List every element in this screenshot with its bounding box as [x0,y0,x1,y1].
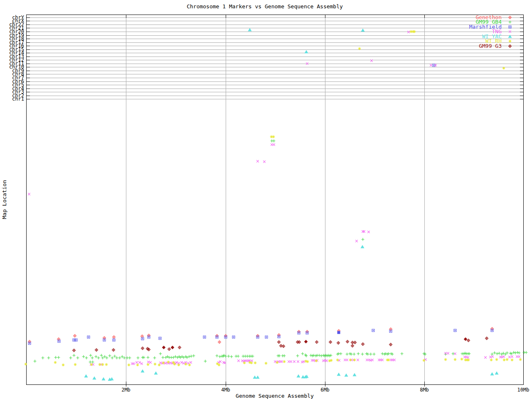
marker-wi-rh [154,363,157,366]
marker-gm99-gb4 [128,357,131,360]
marker-gm99-gb4 [518,352,521,355]
marker-gm99-gb4 [204,360,207,363]
x-tick-label-2Mb: 2Mb [113,387,138,392]
marker-gm99-g3 [163,346,165,349]
marker-tng [187,362,190,365]
marker-gm99-gb4 [369,353,372,356]
marker-tng [159,362,162,364]
marker-wi-yac [490,373,493,375]
marker-wi-yac [110,378,113,380]
marker-gm99-gb4 [108,355,111,357]
marker-wi-yac [337,373,340,376]
marker-gm99-gb4 [318,354,321,357]
marker-tng [369,359,372,362]
marker-tng [149,361,152,364]
marker-tng [293,360,296,363]
marker-wi-rh [503,359,506,362]
marker-wi-yac [102,378,105,380]
marker-tng [434,64,437,66]
marker-wi-rh [265,362,268,365]
marker-gm99-gb4 [97,357,100,360]
marker-gm99-gb4 [237,355,240,358]
chart-screenshot: Chromosome 1 Markers vs Genome Sequence … [0,0,532,399]
marker-gm99-gb4 [89,361,92,364]
marker-wi-yac [297,375,300,377]
marker-tng [368,359,370,361]
marker-gm99-gb4 [320,355,323,357]
marker-tng [344,359,346,361]
y-axis-title: Map Location [2,180,7,219]
marker-tng [273,143,275,146]
marker-marshfield [232,336,235,338]
marker-wi-rh [423,359,426,362]
marker-wi-rh [158,364,161,367]
marker-wi-yac [353,374,356,376]
marker-gm99-g3 [337,342,340,345]
x-tick-label-10Mb: 10Mb [511,387,532,392]
marker-gm99-gb4 [118,357,121,360]
marker-wi-rh [62,364,65,367]
marker-gm99-gb4 [301,352,304,355]
marker-gm99-gb4 [381,352,384,355]
marker-wi-yac [361,29,364,32]
legend-marker-wi-rh-glyph [509,40,512,43]
legend-marker-genethon-glyph [509,16,512,19]
marker-wi-rh [495,358,498,361]
marker-tng [281,360,283,363]
marker-tng [322,360,325,362]
marker-marshfield [113,339,115,341]
marker-wi-yac [361,246,364,248]
marker-wi-rh [506,358,509,361]
marker-gm99-gb4 [401,352,404,355]
marker-gm99-g3 [171,346,174,349]
marker-tng [251,360,253,362]
marker-gm99-gb4 [95,355,98,358]
marker-wi-rh [188,364,191,367]
marker-wi-rh [147,363,150,366]
marker-tng [501,356,503,358]
marker-gm99-gb4 [227,355,230,358]
marker-tng [516,355,518,358]
marker-gm99-gb4 [357,352,360,355]
marker-gm99-gb4 [91,361,94,364]
marker-tng [430,64,432,66]
marker-gm99-gb4 [498,352,501,355]
marker-gm99-g3 [351,345,354,347]
marker-gm99-g3 [305,340,308,343]
marker-tng [508,356,511,358]
marker-tng [290,360,292,363]
marker-tng [502,355,505,358]
marker-gm99-gb4 [57,356,60,359]
marker-gm99-gb4 [491,353,494,356]
marker-tng [346,359,348,361]
marker-gm99-gb4 [251,355,254,358]
marker-wi-rh [349,359,352,362]
marker-marshfield [87,336,90,338]
marker-genethon [113,336,116,339]
marker-gm99-g3 [485,337,488,340]
marker-gm99-gb4 [340,352,342,355]
marker-genethon [74,335,76,337]
marker-gm99-g3 [278,341,281,344]
marker-gm99-gb4 [353,353,356,356]
marker-wi-rh [519,358,522,361]
marker-tng [140,362,143,365]
marker-gm99-g3 [464,338,467,341]
marker-gm99-gb4 [147,356,150,359]
legend-marker-gm99-g3-icon [507,43,513,49]
marker-tng [263,160,266,163]
marker-gm99-gb4 [283,355,286,357]
marker-gm99-g3 [315,341,318,344]
marker-marshfield [159,337,161,340]
legend-marker-tng-glyph [509,30,511,33]
marker-tng [175,361,178,364]
marker-gm99-gb4 [496,352,499,355]
marker-tng [271,143,273,146]
x-tick-label-6Mb: 6Mb [313,387,337,392]
marker-gm99-gb4 [69,357,72,360]
marker-gm99-g3 [112,349,115,352]
marker-wi-yac [93,377,96,379]
marker-tng [371,359,374,361]
marker-marshfield [454,329,456,332]
marker-gm99-gb4 [34,360,37,363]
